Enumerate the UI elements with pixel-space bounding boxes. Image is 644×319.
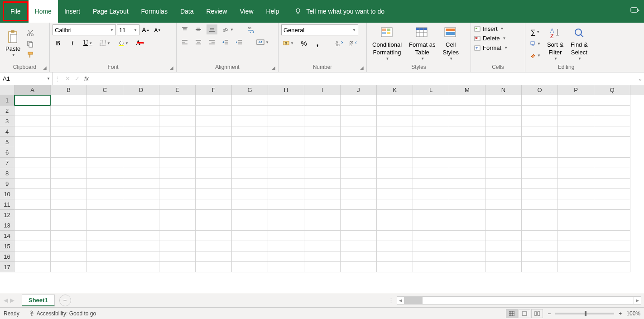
paste-button[interactable]: Paste ▼ <box>3 29 23 58</box>
cell-L4[interactable] <box>413 126 449 137</box>
cell-D3[interactable] <box>123 116 159 126</box>
cell-B1[interactable] <box>51 95 87 106</box>
cell-M4[interactable] <box>449 126 485 137</box>
cell-F17[interactable] <box>196 262 232 272</box>
cell-I14[interactable] <box>304 231 341 241</box>
cell-P17[interactable] <box>558 262 594 272</box>
cell-P16[interactable] <box>558 251 594 262</box>
number-format-combo[interactable]: General▼ <box>281 24 358 35</box>
cell-J13[interactable] <box>341 220 377 231</box>
cell-M17[interactable] <box>449 262 485 272</box>
cell-Q4[interactable] <box>594 126 630 137</box>
tab-help[interactable]: Help <box>260 0 286 23</box>
cell-J6[interactable] <box>341 147 377 158</box>
column-header-G[interactable]: G <box>232 85 268 95</box>
cell-O10[interactable] <box>522 189 558 199</box>
cell-Q10[interactable] <box>594 189 630 199</box>
fx-button[interactable]: fx <box>84 75 89 82</box>
cell-O17[interactable] <box>522 262 558 272</box>
cell-L15[interactable] <box>413 241 449 251</box>
zoom-out-button[interactable]: − <box>548 310 551 317</box>
format-as-table-button[interactable]: Format as Table▼ <box>406 25 438 62</box>
column-header-M[interactable]: M <box>449 85 485 95</box>
cell-E7[interactable] <box>159 158 196 168</box>
cell-E10[interactable] <box>159 189 196 199</box>
cell-F15[interactable] <box>196 241 232 251</box>
cell-N1[interactable] <box>485 95 522 106</box>
tell-me[interactable]: Tell me what you want to do <box>294 8 384 15</box>
cell-D5[interactable] <box>123 137 159 147</box>
cell-C4[interactable] <box>87 126 123 137</box>
cell-E17[interactable] <box>159 262 196 272</box>
tab-review[interactable]: Review <box>200 0 234 23</box>
cell-J14[interactable] <box>341 231 377 241</box>
cell-P12[interactable] <box>558 210 594 220</box>
cell-P4[interactable] <box>558 126 594 137</box>
cell-N12[interactable] <box>485 210 522 220</box>
cell-H4[interactable] <box>268 126 304 137</box>
cell-F16[interactable] <box>196 251 232 262</box>
cell-P1[interactable] <box>558 95 594 106</box>
cell-J2[interactable] <box>341 106 377 116</box>
zoom-level[interactable]: 100% <box>626 310 640 317</box>
cell-C8[interactable] <box>87 168 123 179</box>
cell-H1[interactable] <box>268 95 304 106</box>
cell-A17[interactable] <box>14 262 51 272</box>
sheet-nav-next[interactable]: ▶ <box>10 297 14 304</box>
cell-Q8[interactable] <box>594 168 630 179</box>
fill-color-button[interactable]: ▼ <box>116 38 130 48</box>
increase-indent-button[interactable] <box>234 37 245 47</box>
cell-P14[interactable] <box>558 231 594 241</box>
cell-L8[interactable] <box>413 168 449 179</box>
cell-B3[interactable] <box>51 116 87 126</box>
cell-J5[interactable] <box>341 137 377 147</box>
cell-F7[interactable] <box>196 158 232 168</box>
cell-I16[interactable] <box>304 251 341 262</box>
cell-N2[interactable] <box>485 106 522 116</box>
column-header-H[interactable]: H <box>268 85 304 95</box>
align-left-button[interactable] <box>179 37 190 47</box>
cell-B6[interactable] <box>51 147 87 158</box>
cell-F6[interactable] <box>196 147 232 158</box>
percent-button[interactable]: % <box>298 38 309 48</box>
column-header-I[interactable]: I <box>304 85 341 95</box>
font-color-button[interactable]: A▼ <box>134 38 147 48</box>
cell-M16[interactable] <box>449 251 485 262</box>
row-header-12[interactable]: 12 <box>0 210 14 220</box>
cell-J12[interactable] <box>341 210 377 220</box>
row-header-15[interactable]: 15 <box>0 241 14 251</box>
cell-L12[interactable] <box>413 210 449 220</box>
decrease-font-button[interactable]: A▼ <box>152 25 163 35</box>
cell-J3[interactable] <box>341 116 377 126</box>
cell-E3[interactable] <box>159 116 196 126</box>
cell-K3[interactable] <box>377 116 413 126</box>
cell-N7[interactable] <box>485 158 522 168</box>
cell-C11[interactable] <box>87 199 123 210</box>
column-header-J[interactable]: J <box>341 85 377 95</box>
cell-N14[interactable] <box>485 231 522 241</box>
cell-L13[interactable] <box>413 220 449 231</box>
cell-F12[interactable] <box>196 210 232 220</box>
cell-M14[interactable] <box>449 231 485 241</box>
cell-A4[interactable] <box>14 126 51 137</box>
cell-Q14[interactable] <box>594 231 630 241</box>
cell-A5[interactable] <box>14 137 51 147</box>
cell-H15[interactable] <box>268 241 304 251</box>
cell-D13[interactable] <box>123 220 159 231</box>
cell-B10[interactable] <box>51 189 87 199</box>
row-header-9[interactable]: 9 <box>0 179 14 189</box>
cell-Q3[interactable] <box>594 116 630 126</box>
cell-B16[interactable] <box>51 251 87 262</box>
scroll-left-button[interactable]: ◀ <box>397 297 404 304</box>
cell-I11[interactable] <box>304 199 341 210</box>
cell-O7[interactable] <box>522 158 558 168</box>
decrease-indent-button[interactable] <box>220 37 231 47</box>
cell-M6[interactable] <box>449 147 485 158</box>
cell-E14[interactable] <box>159 231 196 241</box>
scroll-right-button[interactable]: ▶ <box>634 297 641 304</box>
cell-M15[interactable] <box>449 241 485 251</box>
cell-G12[interactable] <box>232 210 268 220</box>
cell-Q7[interactable] <box>594 158 630 168</box>
cell-E4[interactable] <box>159 126 196 137</box>
cell-A7[interactable] <box>14 158 51 168</box>
